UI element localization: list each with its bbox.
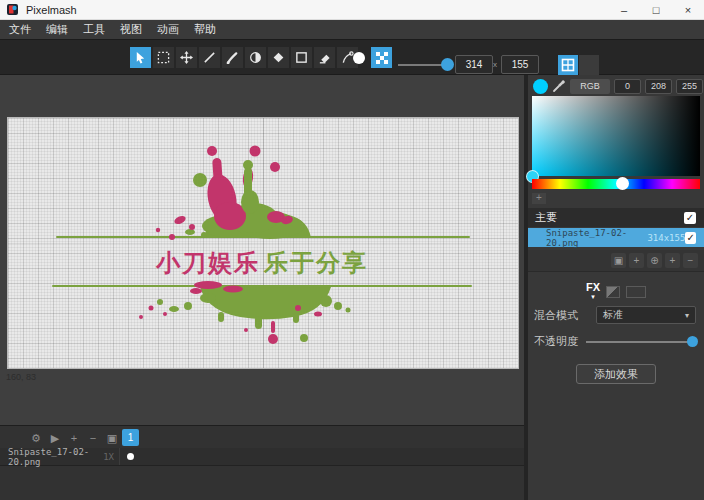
- keyframe-dot[interactable]: [127, 453, 134, 460]
- right-panel: RGB 0 208 255 + 主要 ✓ Snipaste_17-02-20.p…: [528, 75, 704, 500]
- menu-item-view[interactable]: 视图: [120, 22, 142, 37]
- duplicate-layer-button[interactable]: ▣: [611, 253, 626, 268]
- blend-mode-row: 混合模式 标准 ▾: [534, 306, 696, 324]
- add-layer-button[interactable]: +: [629, 253, 644, 268]
- opacity-slider-handle[interactable]: [687, 336, 698, 347]
- layer-size-badge: 314x155: [647, 233, 685, 243]
- maximize-button[interactable]: □: [640, 0, 672, 19]
- brush-size-slider-handle[interactable]: [441, 58, 454, 71]
- overlay-toggle-button[interactable]: [579, 55, 599, 75]
- layer-group-label: 主要: [535, 210, 557, 225]
- tool-group: [130, 47, 358, 68]
- blend-mode-value: 标准: [603, 308, 623, 322]
- brush-shape-button[interactable]: [348, 47, 369, 68]
- duplicate-frame-button[interactable]: ▣: [104, 430, 120, 446]
- add-group-button[interactable]: +: [665, 253, 680, 268]
- eraser-icon: [318, 51, 331, 64]
- tab-transform[interactable]: [606, 286, 620, 298]
- menu-item-file[interactable]: 文件: [9, 22, 31, 37]
- play-button[interactable]: ▶: [47, 430, 63, 446]
- clip-header: Snipaste_17-02-20.png 1X: [0, 448, 120, 465]
- timeline-settings-button[interactable]: ⚙: [28, 430, 44, 446]
- minimize-button[interactable]: –: [608, 0, 640, 19]
- marquee-tool-button[interactable]: [153, 47, 174, 68]
- merge-layer-button[interactable]: ⊕: [647, 253, 662, 268]
- delete-layer-button[interactable]: −: [683, 253, 698, 268]
- menu-item-edit[interactable]: 编辑: [46, 22, 68, 37]
- canvas-width-field[interactable]: 314: [455, 55, 493, 74]
- canvas-height-field[interactable]: 155: [501, 55, 539, 74]
- hue-slider-handle[interactable]: [616, 177, 629, 190]
- gradient-tool-button[interactable]: [245, 47, 266, 68]
- grid-toggle-button[interactable]: [558, 55, 578, 75]
- current-color-swatch[interactable]: [533, 79, 548, 94]
- group-visibility-checkbox[interactable]: ✓: [684, 212, 696, 224]
- diamond-icon: [272, 51, 285, 64]
- remove-frame-button[interactable]: −: [85, 430, 101, 446]
- move-tool-button[interactable]: [176, 47, 197, 68]
- dropdown-caret-icon: ▾: [685, 311, 689, 320]
- blend-mode-label: 混合模式: [534, 308, 578, 323]
- round-brush-icon: [353, 52, 365, 64]
- layer-props-tabs: FX ▾: [528, 283, 704, 301]
- dimension-separator: x: [493, 60, 497, 69]
- layer-visibility-checkbox[interactable]: ✓: [685, 232, 696, 244]
- layer-ops-row: ▣ + ⊕ + −: [528, 250, 704, 272]
- layer-row-selected[interactable]: Snipaste_17-02-20.png 314x155 ✓: [528, 228, 704, 247]
- gradient-icon: [249, 51, 262, 64]
- grid-icon: [561, 58, 575, 72]
- timeline-panel: ⚙ ▶ + − ▣ 1 Snipaste_17-02-20.png 1X: [0, 425, 524, 500]
- tab-effects[interactable]: FX ▾: [586, 283, 600, 301]
- opacity-slider-track[interactable]: [586, 341, 696, 343]
- move-icon: [180, 51, 193, 64]
- eraser-tool-button[interactable]: [314, 47, 335, 68]
- rect-tool-button[interactable]: [291, 47, 312, 68]
- close-button[interactable]: ×: [672, 0, 704, 19]
- layer-group-row[interactable]: 主要 ✓: [528, 208, 704, 227]
- cursor-icon: [134, 51, 147, 64]
- blend-mode-dropdown[interactable]: 标准 ▾: [596, 306, 696, 324]
- workspace: 小刀娱乐 乐于分享: [0, 75, 524, 425]
- clip-name: Snipaste_17-02-20.png: [8, 447, 103, 467]
- green-value-field[interactable]: 208: [645, 79, 672, 94]
- art-text-green: 乐于分享: [263, 249, 368, 276]
- eyedropper-icon[interactable]: [552, 79, 566, 93]
- clip-scale: 1X: [103, 452, 114, 462]
- toolbar: 314 x 155: [0, 39, 704, 75]
- color-controls: RGB 0 208 255: [533, 78, 703, 94]
- hue-slider[interactable]: [532, 179, 700, 189]
- cursor-coordinates: 160, 83: [6, 372, 36, 382]
- line-tool-button[interactable]: [199, 47, 220, 68]
- diamond-tool-button[interactable]: [268, 47, 289, 68]
- color-mode-button[interactable]: RGB: [570, 79, 610, 94]
- rectangle-icon: [295, 51, 308, 64]
- line-icon: [203, 51, 216, 64]
- layer-name: Snipaste_17-02-20.png: [546, 228, 647, 248]
- menu-item-help[interactable]: 帮助: [194, 22, 216, 37]
- pixel-canvas[interactable]: 小刀娱乐 乐于分享: [8, 118, 518, 368]
- splatter-artwork: 小刀娱乐 乐于分享: [8, 118, 518, 368]
- window-title: Pixelmash: [26, 4, 77, 16]
- saturation-value-picker[interactable]: [532, 96, 700, 176]
- add-effect-button[interactable]: 添加效果: [576, 364, 656, 384]
- brush-icon: [226, 51, 239, 64]
- blue-value-field[interactable]: 255: [676, 79, 703, 94]
- menubar: 文件 编辑 工具 视图 动画 帮助: [0, 20, 704, 39]
- brush-tool-button[interactable]: [222, 47, 243, 68]
- add-frame-button[interactable]: +: [66, 430, 82, 446]
- dither-mode-button[interactable]: [371, 47, 392, 68]
- add-swatch-button[interactable]: +: [532, 193, 546, 204]
- marquee-icon: [157, 51, 170, 64]
- red-value-field[interactable]: 0: [614, 79, 641, 94]
- tab-text[interactable]: [626, 286, 646, 298]
- menu-item-tools[interactable]: 工具: [83, 22, 105, 37]
- opacity-label: 不透明度: [534, 334, 578, 349]
- menu-item-animation[interactable]: 动画: [157, 22, 179, 37]
- app-logo-icon: [7, 4, 18, 15]
- select-tool-button[interactable]: [130, 47, 151, 68]
- fx-caret-icon: ▾: [586, 292, 600, 301]
- timeline-track[interactable]: Snipaste_17-02-20.png 1X: [0, 448, 524, 466]
- frame-1-button[interactable]: 1: [122, 429, 139, 446]
- titlebar: Pixelmash – □ ×: [0, 0, 704, 20]
- window-controls: – □ ×: [608, 0, 704, 19]
